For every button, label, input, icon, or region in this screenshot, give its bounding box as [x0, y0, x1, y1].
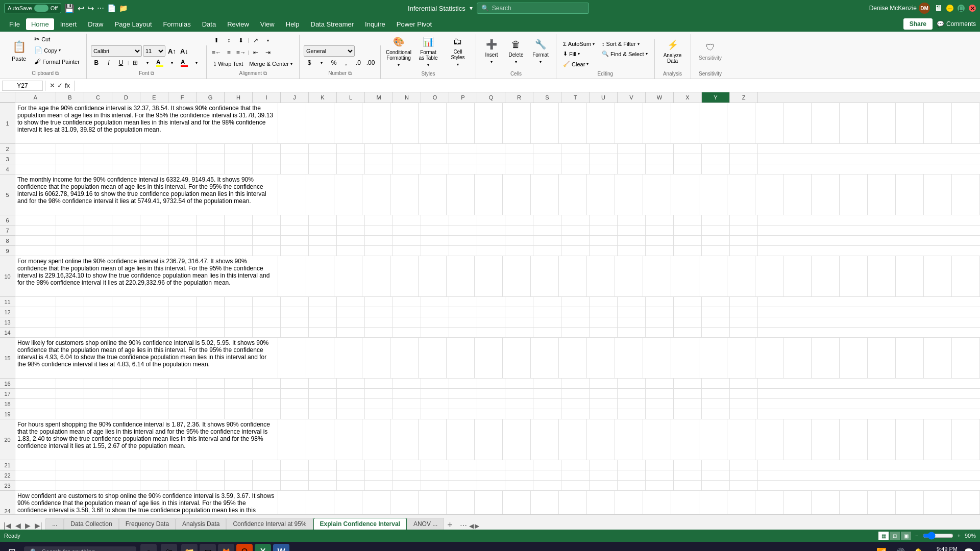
cell-P15[interactable]: [671, 338, 699, 378]
cell-F22[interactable]: [168, 470, 197, 480]
cell-O20[interactable]: [643, 419, 671, 460]
cell-K7[interactable]: [309, 226, 337, 235]
cell-P17[interactable]: [449, 389, 477, 398]
cell-O6[interactable]: [421, 215, 449, 225]
name-box[interactable]: [2, 81, 43, 91]
cell-N8[interactable]: [393, 236, 421, 245]
cell-Z9[interactable]: [730, 246, 758, 256]
cell-D9[interactable]: [112, 246, 140, 256]
cell-N1[interactable]: [615, 103, 643, 143]
menu-view[interactable]: View: [255, 18, 280, 30]
col-header-T[interactable]: T: [561, 92, 590, 103]
cell-V8[interactable]: [618, 236, 646, 245]
cell-N24[interactable]: [615, 491, 643, 514]
cell-R11[interactable]: [505, 297, 533, 307]
autosave-toggle[interactable]: [34, 5, 48, 12]
cell-Z24[interactable]: [952, 491, 980, 514]
cell-C10[interactable]: [306, 256, 334, 296]
cell-F17[interactable]: [168, 389, 197, 398]
autosave-badge[interactable]: AutoSave Off: [4, 3, 61, 13]
cell-Z16[interactable]: [730, 379, 758, 388]
cell-Y14[interactable]: [702, 328, 730, 337]
cell-G4[interactable]: [197, 164, 225, 174]
row-num-15[interactable]: 15: [0, 338, 15, 379]
sheet-tab-dots[interactable]: ...: [45, 518, 64, 530]
col-header-A[interactable]: A: [15, 92, 56, 103]
cell-Z19[interactable]: [730, 409, 758, 419]
cell-H24[interactable]: [447, 491, 475, 514]
wrap-text-button[interactable]: ⤵ Wrap Text: [211, 59, 246, 68]
cell-H3[interactable]: [225, 154, 253, 164]
col-header-S[interactable]: S: [533, 92, 561, 103]
cell-F9[interactable]: [168, 246, 197, 256]
cell-X17[interactable]: [674, 389, 702, 398]
cell-U21[interactable]: [590, 460, 618, 470]
cell-U22[interactable]: [590, 470, 618, 480]
cell-V7[interactable]: [618, 226, 646, 235]
cell-D13[interactable]: [112, 317, 140, 327]
cell-T2[interactable]: [561, 144, 590, 154]
cell-P24[interactable]: [671, 491, 699, 514]
cell-W2[interactable]: [646, 144, 674, 154]
cell-A14[interactable]: [15, 328, 56, 337]
cell-L3[interactable]: [337, 154, 365, 164]
cell-A15[interactable]: How likely for customers shop online the…: [15, 338, 278, 378]
taskbar-cortana[interactable]: ○: [140, 544, 157, 551]
cell-R18[interactable]: [505, 399, 533, 409]
cell-X19[interactable]: [674, 409, 702, 419]
cell-O18[interactable]: [421, 399, 449, 409]
cell-A19[interactable]: [15, 409, 56, 419]
taskbar-task-view[interactable]: 🗂: [161, 544, 177, 551]
cell-M22[interactable]: [365, 470, 393, 480]
cell-B10[interactable]: [278, 256, 306, 296]
cell-N10[interactable]: [615, 256, 643, 296]
font-expand[interactable]: ⧉: [151, 70, 154, 76]
col-header-B[interactable]: B: [56, 92, 84, 103]
cell-B2[interactable]: [56, 144, 84, 154]
cell-M20[interactable]: [587, 419, 615, 460]
cell-A22[interactable]: [15, 470, 56, 480]
cell-A1[interactable]: For the age the 90% confidence interval …: [15, 103, 278, 143]
conditional-formatting-button[interactable]: 🎨 Conditional Formatting ▾: [385, 34, 412, 69]
zoom-minus[interactable]: −: [915, 533, 918, 539]
cell-V12[interactable]: [618, 307, 646, 317]
cell-Q19[interactable]: [477, 409, 505, 419]
col-header-J[interactable]: J: [281, 92, 309, 103]
cell-P3[interactable]: [449, 154, 477, 164]
cell-L6[interactable]: [337, 215, 365, 225]
cell-I8[interactable]: [253, 236, 281, 245]
tab-nav-arr[interactable]: ◀: [469, 522, 474, 530]
cell-B18[interactable]: [56, 399, 84, 409]
cell-S7[interactable]: [533, 226, 561, 235]
cell-S11[interactable]: [533, 297, 561, 307]
cell-N23[interactable]: [393, 481, 421, 490]
cell-R2[interactable]: [505, 144, 533, 154]
cell-E16[interactable]: [140, 379, 168, 388]
cell-K24[interactable]: [531, 491, 559, 514]
cell-H2[interactable]: [225, 144, 253, 154]
cell-J2[interactable]: [281, 144, 309, 154]
cell-I9[interactable]: [253, 246, 281, 256]
cell-D5[interactable]: [334, 174, 362, 215]
cell-E20[interactable]: [362, 419, 390, 460]
cell-C9[interactable]: [84, 246, 112, 256]
cell-U13[interactable]: [590, 317, 618, 327]
cell-Q9[interactable]: [477, 246, 505, 256]
menu-inquire[interactable]: Inquire: [360, 18, 390, 30]
cell-P21[interactable]: [449, 460, 477, 470]
cell-T4[interactable]: [561, 164, 590, 174]
cell-M17[interactable]: [365, 389, 393, 398]
cell-Y13[interactable]: [702, 317, 730, 327]
monitor-icon[interactable]: 🖥: [934, 4, 942, 13]
cell-J15[interactable]: [503, 338, 531, 378]
col-header-D[interactable]: D: [112, 92, 140, 103]
cell-Y12[interactable]: [702, 307, 730, 317]
cell-D4[interactable]: [112, 164, 140, 174]
cell-F6[interactable]: [168, 215, 197, 225]
cell-H9[interactable]: [225, 246, 253, 256]
cell-Z2[interactable]: [730, 144, 758, 154]
cell-I10[interactable]: [475, 256, 503, 296]
cell-I17[interactable]: [253, 389, 281, 398]
insert-button[interactable]: ➕ Insert ▾: [480, 34, 503, 69]
cell-C6[interactable]: [84, 215, 112, 225]
